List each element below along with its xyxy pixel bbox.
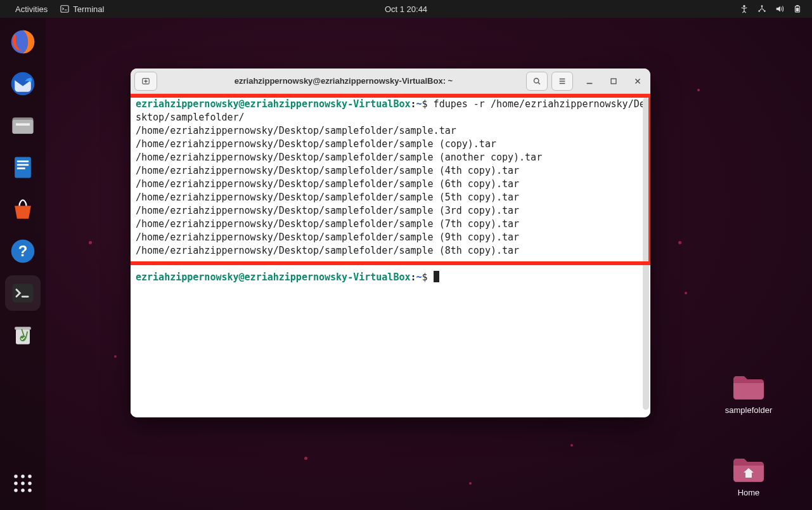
prompt-user: ezriahzippernowsky@ezriahzippernowsky-Vi… (136, 271, 410, 283)
svg-point-26 (14, 481, 18, 485)
power-icon[interactable] (793, 4, 802, 13)
terminal-output-line: /home/ezriahzippernowsky/Desktop/samplef… (136, 244, 645, 258)
svg-rect-21 (15, 327, 31, 330)
terminal-titlebar[interactable]: ezriahzippernowsky@ezriahzippernowsky-Vi… (131, 69, 650, 94)
topbar-clock[interactable]: Oct 1 20:44 (385, 4, 427, 14)
terminal-scrollbar[interactable] (643, 98, 649, 410)
svg-rect-16 (17, 167, 25, 169)
close-icon (633, 77, 642, 86)
prompt-path: ~ (416, 271, 422, 283)
desktop-home-label: Home (711, 488, 787, 497)
terminal-output-line: /home/ezriahzippernowsky/Desktop/samplef… (136, 191, 645, 204)
svg-rect-7 (796, 8, 799, 11)
terminal-small-icon (60, 4, 69, 13)
terminal-line: ezriahzippernowsky@ezriahzippernowsky-Vi… (136, 98, 645, 124)
help-icon[interactable]: ? (5, 233, 41, 269)
desktop-home[interactable]: Home (711, 455, 787, 497)
terminal-output-line: /home/ezriahzippernowsky/Desktop/samplef… (136, 204, 645, 218)
search-button[interactable] (526, 72, 548, 91)
terminal-output-line: /home/ezriahzippernowsky/Desktop/samplef… (136, 231, 645, 244)
minimize-button[interactable] (581, 72, 598, 90)
topbar-app[interactable]: Terminal (55, 4, 109, 14)
prompt-colon: : (410, 271, 416, 283)
terminal-output-line: /home/ezriahzippernowsky/Desktop/samplef… (136, 164, 645, 178)
top-panel: Activities Terminal Oct 1 20:44 (0, 0, 812, 18)
svg-point-27 (21, 481, 25, 485)
svg-rect-6 (796, 5, 799, 6)
svg-rect-12 (16, 123, 30, 126)
svg-rect-34 (611, 79, 616, 84)
maximize-button[interactable] (605, 72, 622, 90)
terminal-body[interactable]: ezriahzippernowsky@ezriahzippernowsky-Vi… (131, 94, 650, 417)
activities-button[interactable]: Activities (15, 4, 48, 14)
svg-text:?: ? (18, 242, 28, 259)
terminal-output-line: /home/ezriahzippernowsky/Desktop/samplef… (136, 138, 645, 151)
thunderbird-icon[interactable] (5, 66, 41, 101)
dock: ? (0, 18, 46, 510)
accessibility-icon[interactable] (740, 4, 749, 13)
network-icon[interactable] (757, 4, 766, 13)
terminal-blank-line (136, 258, 645, 271)
terminal-icon[interactable] (5, 275, 41, 311)
topbar-app-label: Terminal (73, 4, 104, 14)
svg-point-25 (28, 474, 32, 478)
firefox-icon[interactable] (5, 24, 41, 60)
terminal-line: ezriahzippernowsky@ezriahzippernowsky-Vi… (136, 271, 645, 284)
menu-button[interactable] (551, 72, 573, 91)
svg-rect-0 (61, 6, 68, 13)
terminal-output-line: /home/ezriahzippernowsky/Desktop/samplef… (136, 124, 645, 138)
terminal-output-line: /home/ezriahzippernowsky/Desktop/samplef… (136, 178, 645, 191)
prompt-user: ezriahzippernowsky@ezriahzippernowsky-Vi… (136, 98, 410, 110)
terminal-window: ezriahzippernowsky@ezriahzippernowsky-Vi… (131, 69, 650, 417)
svg-point-1 (743, 5, 745, 8)
terminal-output-line: /home/ezriahzippernowsky/Desktop/samplef… (136, 218, 645, 231)
svg-point-33 (534, 78, 538, 82)
new-tab-button[interactable] (134, 72, 157, 91)
prompt-dollar: $ (422, 271, 434, 283)
svg-point-30 (21, 488, 25, 492)
svg-rect-15 (17, 164, 29, 166)
prompt-colon: : (410, 98, 416, 110)
terminal-output-line: /home/ezriahzippernowsky/Desktop/samplef… (136, 151, 645, 164)
close-button[interactable] (629, 72, 647, 90)
desktop-folder-samplefolder[interactable]: samplefolder (711, 373, 787, 415)
svg-rect-14 (17, 160, 29, 162)
svg-point-28 (28, 481, 32, 485)
prompt-path: ~ (416, 98, 422, 110)
desktop-folder-label: samplefolder (711, 405, 787, 415)
svg-rect-11 (13, 120, 34, 134)
show-applications-button[interactable] (5, 466, 41, 501)
software-icon[interactable] (5, 192, 41, 227)
search-icon (532, 77, 541, 86)
svg-point-24 (21, 474, 25, 478)
svg-rect-19 (13, 284, 34, 302)
terminal-title: ezriahzippernowsky@ezriahzippernowsky-Vi… (161, 76, 526, 86)
svg-point-23 (14, 474, 18, 478)
svg-point-29 (14, 488, 18, 492)
trash-icon[interactable] (5, 317, 41, 353)
files-icon[interactable] (5, 108, 41, 143)
prompt-dollar: $ (422, 98, 434, 110)
volume-icon[interactable] (775, 4, 784, 13)
writer-icon[interactable] (5, 150, 41, 185)
hamburger-icon (558, 77, 567, 86)
terminal-cursor (434, 271, 439, 282)
svg-point-31 (28, 488, 32, 492)
